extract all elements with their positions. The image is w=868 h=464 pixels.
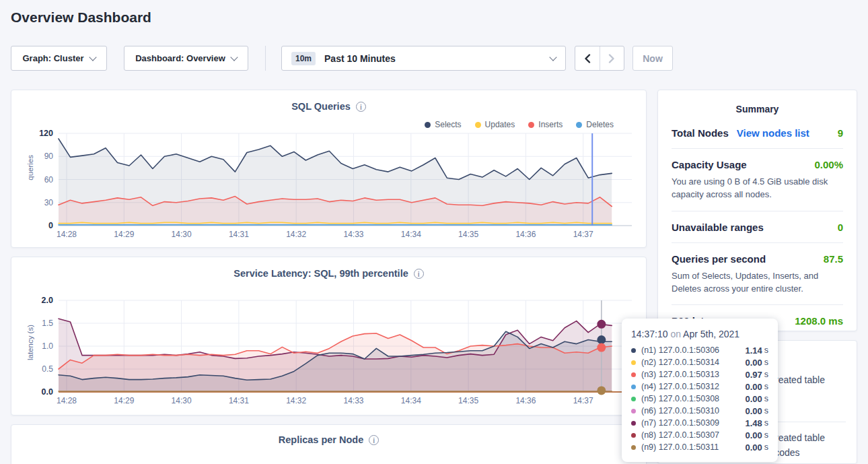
chevron-down-icon — [549, 53, 556, 61]
capacity-usage-label: Capacity Usage — [672, 159, 747, 170]
total-nodes-label: Total Nodes — [672, 127, 729, 139]
tooltip-node-row: (n1) 127.0.0.1:503061.14s — [631, 344, 768, 356]
chevron-right-icon — [608, 54, 615, 63]
node-latency-value: 0.97 — [745, 370, 762, 380]
node-latency-unit: s — [764, 345, 768, 355]
node-latency-unit: s — [764, 442, 768, 452]
svg-text:14:35: 14:35 — [458, 230, 478, 239]
p99-latency-value: 1208.0 ms — [795, 315, 843, 327]
svg-text:1.5: 1.5 — [42, 319, 53, 328]
node-address: (n3) 127.0.0.1:50313 — [641, 370, 719, 379]
service-latency-card: Service Latency: SQL, 99th percentile i … — [11, 257, 647, 416]
svg-text:14:30: 14:30 — [172, 230, 192, 239]
now-button[interactable]: Now — [632, 46, 673, 71]
node-latency-value: 0.00 — [745, 394, 762, 404]
toolbar: Graph: Cluster Dashboard: Overview 10m P… — [0, 46, 868, 71]
svg-text:0.0: 0.0 — [42, 387, 53, 397]
inserts-dot-icon — [528, 122, 534, 128]
overview-dashboard-page: Overview Dashboard Graph: Cluster Dashbo… — [0, 0, 868, 464]
svg-text:14:29: 14:29 — [114, 230, 134, 239]
graph-dropdown[interactable]: Graph: Cluster — [11, 46, 107, 71]
svg-text:0.5: 0.5 — [42, 364, 53, 374]
sql-queries-card: SQL Queries i Selects Updates Inserts De… — [11, 90, 647, 248]
svg-text:14:37: 14:37 — [573, 396, 593, 405]
time-range-picker[interactable]: 10m Past 10 Minutes — [281, 46, 566, 71]
node-address: (n1) 127.0.0.1:50306 — [641, 345, 719, 355]
selects-dot-icon — [425, 122, 431, 128]
unavailable-ranges-label: Unavailable ranges — [672, 222, 764, 233]
info-icon[interactable]: i — [414, 269, 424, 279]
summary-row-queries-per-second: Queries per second 87.5 Sum of Selects, … — [672, 243, 843, 306]
svg-text:14:36: 14:36 — [515, 230, 536, 239]
svg-text:14:37: 14:37 — [573, 230, 593, 239]
updates-dot-icon — [475, 122, 481, 128]
node-dot-icon — [631, 421, 636, 426]
tooltip-node-row: (n2) 127.0.0.1:503140.00s — [631, 356, 768, 368]
node-address: (n5) 127.0.0.1:50308 — [641, 394, 719, 403]
svg-text:14:33: 14:33 — [343, 396, 363, 405]
time-range-badge: 10m — [291, 52, 316, 65]
toolbar-divider — [265, 46, 266, 71]
node-latency-value: 0.00 — [745, 406, 762, 416]
time-nav-group — [575, 46, 624, 71]
summary-row-total-nodes: Total Nodes View nodes list 9 — [672, 117, 843, 149]
time-prev-button[interactable] — [575, 46, 600, 70]
summary-title: Summary — [658, 90, 857, 114]
service-latency-chart[interactable]: 14:2814:2914:3014:3114:3214:3314:3414:35… — [21, 291, 640, 415]
view-nodes-list-link[interactable]: View nodes list — [737, 127, 809, 139]
svg-text:60: 60 — [44, 175, 54, 185]
svg-text:1.0: 1.0 — [42, 341, 53, 351]
node-dot-icon — [631, 385, 636, 389]
chart-hover-tooltip: 14:37:10 on Apr 5th, 2021 (n1) 127.0.0.1… — [622, 319, 778, 462]
capacity-usage-value: 0.00% — [814, 159, 843, 170]
unavailable-ranges-value: 0 — [838, 222, 843, 233]
node-latency-value: 1.14 — [745, 345, 762, 356]
node-dot-icon — [631, 372, 636, 377]
sql-queries-title: SQL Queries — [291, 101, 351, 112]
queries-per-second-subtext: Sum of Selects, Updates, Inserts, and De… — [672, 270, 843, 296]
chevron-down-icon — [89, 53, 96, 61]
svg-text:14:29: 14:29 — [114, 396, 134, 405]
svg-text:14:32: 14:32 — [286, 396, 306, 405]
svg-text:90: 90 — [44, 152, 54, 161]
svg-text:14:34: 14:34 — [401, 230, 421, 239]
svg-text:14:28: 14:28 — [57, 230, 77, 239]
node-address: (n6) 127.0.0.1:50310 — [641, 406, 719, 416]
node-latency-unit: s — [764, 406, 768, 416]
svg-text:14:34: 14:34 — [401, 396, 421, 405]
capacity-usage-subtext: You are using 0 B of 4.5 GiB usable disk… — [672, 176, 843, 201]
tooltip-node-row: (n9) 127.0.0.1:503110.00s — [631, 441, 768, 453]
node-dot-icon — [631, 348, 636, 353]
info-icon[interactable]: i — [369, 435, 379, 445]
queries-per-second-value: 87.5 — [824, 253, 843, 265]
node-latency-unit: s — [764, 358, 768, 367]
svg-text:14:30: 14:30 — [172, 396, 192, 405]
info-icon[interactable]: i — [356, 102, 366, 112]
time-next-button[interactable] — [600, 46, 624, 70]
node-latency-unit: s — [764, 394, 768, 403]
sql-queries-chart[interactable]: 14:2814:2914:3014:3114:3214:3314:3414:35… — [21, 128, 640, 246]
svg-text:14:36: 14:36 — [515, 396, 536, 405]
page-title: Overview Dashboard — [11, 9, 151, 26]
graph-dropdown-label: Graph: Cluster — [22, 53, 83, 63]
tooltip-node-row: (n8) 127.0.0.1:503070.00s — [631, 429, 768, 441]
replicas-per-node-card: Replicas per Node i — [11, 424, 647, 464]
node-dot-icon — [631, 445, 636, 450]
summary-row-unavailable-ranges: Unavailable ranges 0 — [672, 211, 843, 243]
node-address: (n8) 127.0.0.1:50307 — [641, 430, 719, 440]
dashboard-dropdown[interactable]: Dashboard: Overview — [124, 46, 248, 71]
tooltip-timestamp: 14:37:10 on Apr 5th, 2021 — [631, 329, 768, 339]
node-latency-value: 0.00 — [745, 430, 762, 440]
chevron-left-icon — [584, 54, 591, 63]
node-address: (n2) 127.0.0.1:50314 — [641, 358, 719, 367]
node-latency-unit: s — [764, 430, 768, 440]
svg-text:14:31: 14:31 — [229, 396, 249, 405]
service-latency-title: Service Latency: SQL, 99th percentile — [233, 268, 408, 279]
svg-text:2.0: 2.0 — [42, 296, 53, 305]
summary-panel: Summary Total Nodes View nodes list 9 Ca… — [657, 90, 857, 331]
svg-text:14:33: 14:33 — [343, 230, 363, 239]
tooltip-node-row: (n5) 127.0.0.1:503080.00s — [631, 393, 768, 405]
node-dot-icon — [631, 397, 636, 401]
node-latency-value: 0.00 — [745, 382, 762, 392]
tooltip-node-row: (n3) 127.0.0.1:503130.97s — [631, 368, 768, 380]
